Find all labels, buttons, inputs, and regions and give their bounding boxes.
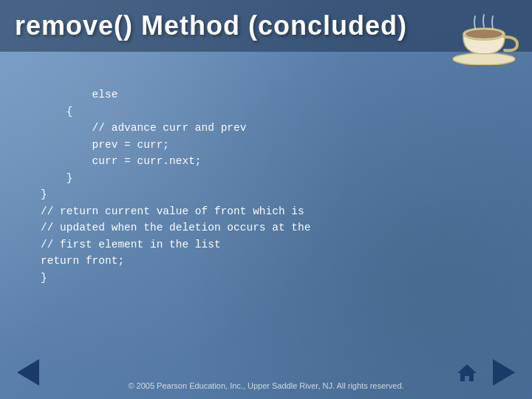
left-arrow-icon <box>17 359 39 386</box>
svg-point-2 <box>466 30 502 38</box>
next-nav-button[interactable] <box>491 359 517 386</box>
svg-point-0 <box>453 53 515 65</box>
copyright-text: © 2005 Pearson Education, Inc., Upper Sa… <box>128 381 403 390</box>
slide-title: remove() Method (concluded) <box>15 10 407 41</box>
code-line-1: else { // advance curr and prev prev = c… <box>41 89 310 283</box>
prev-nav-button[interactable] <box>15 359 41 386</box>
right-arrow-icon <box>493 359 515 386</box>
svg-marker-3 <box>457 364 477 381</box>
teacup-illustration <box>447 6 521 65</box>
home-icon <box>456 361 478 383</box>
slide: remove() Method (concluded) else { // ad… <box>0 0 532 399</box>
footer: © 2005 Pearson Education, Inc., Upper Sa… <box>0 381 532 390</box>
home-button[interactable] <box>454 359 480 386</box>
code-block: else { // advance curr and prev prev = c… <box>41 70 502 303</box>
